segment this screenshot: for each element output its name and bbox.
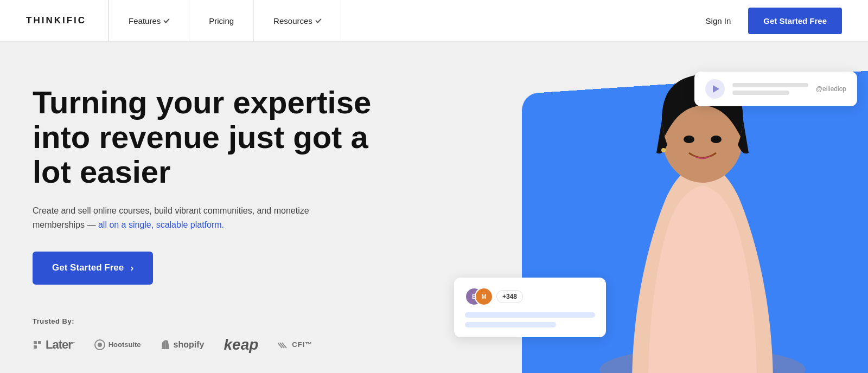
features-chevron-icon [164,17,170,23]
navbar: THINKIFIC Features Pricing Resources Sig… [0,0,868,42]
sign-in-link[interactable]: Sign In [706,16,731,25]
resources-nav-link[interactable]: Resources [254,0,341,42]
svg-rect-0 [34,341,37,344]
play-triangle [713,85,719,93]
resources-label: Resources [273,16,312,25]
shopify-icon [161,339,170,350]
content-lines [465,312,595,327]
hero-right: @elliediop B M +348 [451,42,868,373]
logo-keap: keap [224,336,258,353]
features-label: Features [129,16,161,25]
logo-hootsuite: Hootsuite [94,339,141,350]
features-nav-link[interactable]: Features [108,0,189,42]
later-text: Later⌐ [46,338,75,352]
logo-later: Later⌐ [33,338,75,352]
resources-chevron-icon [315,17,321,23]
float-card-video: @elliediop [694,72,857,106]
logo-cfi: CFI™ [278,340,312,349]
float-card-community: B M +348 [454,278,606,337]
content-line-2 [465,322,556,327]
svg-rect-2 [34,345,37,349]
svg-point-11 [684,136,694,143]
logo[interactable]: THINKIFIC [26,15,86,26]
content-line-1 [465,312,595,318]
person-illustration [567,66,838,373]
shopify-text: shopify [174,340,205,350]
hootsuite-icon [94,339,105,350]
card-line-1 [732,83,808,87]
svg-rect-1 [38,341,41,344]
svg-point-13 [661,148,666,152]
get-started-nav-button[interactable]: Get Started Free [748,8,842,34]
trusted-by-section: Trusted By: Later⌐ [33,317,419,353]
cta-label: Get Started Free [52,262,124,273]
avatar-2: M [475,287,493,306]
pricing-nav-link[interactable]: Pricing [189,0,254,42]
card-line-2 [732,91,789,95]
get-started-hero-button[interactable]: Get Started Free › [33,252,153,285]
pricing-label: Pricing [209,16,234,25]
cfi-text: CFI™ [292,340,312,349]
hootsuite-text: Hootsuite [108,340,141,349]
arrow-right-icon: › [130,262,133,274]
card-content-lines [732,83,808,95]
later-icon [33,340,42,350]
hero-left: Turning your expertise into revenue just… [0,42,451,373]
keap-text: keap [224,336,258,353]
nav-right: Sign In Get Started Free [706,8,842,34]
logo-shopify: shopify [161,339,205,350]
trusted-logos: Later⌐ Hootsuite shopify [33,336,419,353]
hero-heading: Turning your expertise into revenue just… [33,85,380,189]
hero-description-link[interactable]: all on a single, scalable platform. [98,220,224,229]
svg-point-12 [711,136,722,143]
trusted-label: Trusted By: [33,317,419,325]
hero-section: Turning your expertise into revenue just… [0,42,868,373]
nav-links: Features Pricing Resources [108,0,706,42]
card-username: @elliediop [816,85,846,93]
cfi-lines-icon [278,340,289,349]
play-icon [705,79,725,99]
hero-description: Create and sell online courses, build vi… [33,204,326,231]
svg-point-4 [98,343,102,347]
avatars-row: B M +348 [465,287,595,306]
count-badge: +348 [496,290,523,303]
